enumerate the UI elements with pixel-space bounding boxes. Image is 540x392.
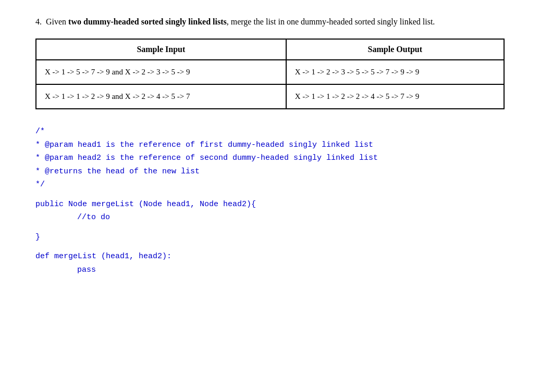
text-before: Given	[46, 17, 68, 26]
question-header: 4. Given two dummy-headed sorted singly …	[35, 16, 505, 28]
table-header-output: Sample Output	[286, 39, 504, 60]
python-def: def mergeList (head1, head2):	[35, 250, 505, 263]
question-number: 4.	[35, 16, 42, 28]
comment-open: /*	[35, 125, 505, 138]
param1-line: * @param head1 is the reference of first…	[35, 138, 505, 152]
question-text: Given two dummy-headed sorted singly lin…	[46, 16, 435, 28]
bold-text: two dummy-headed sorted singly linked li…	[68, 17, 227, 26]
table-cell-output: X -> 1 -> 1 -> 2 -> 2 -> 4 -> 5 -> 7 -> …	[286, 84, 504, 109]
table-header-input: Sample Input	[36, 39, 286, 60]
table-cell-input: X -> 1 -> 1 -> 2 -> 9 and X -> 2 -> 4 ->…	[36, 84, 286, 109]
table-row: X -> 1 -> 1 -> 2 -> 9 and X -> 2 -> 4 ->…	[36, 84, 504, 109]
table-cell-input: X -> 1 -> 5 -> 7 -> 9 and X -> 2 -> 3 ->…	[36, 60, 286, 84]
comment-close: */	[35, 178, 505, 192]
todo-line: //to do	[35, 211, 505, 224]
returns-line: * @returns the head of the new list	[35, 165, 505, 179]
table-row: X -> 1 -> 5 -> 7 -> 9 and X -> 2 -> 3 ->…	[36, 60, 504, 84]
text-after: , merge the list in one dummy-headed sor…	[227, 17, 435, 26]
method-signature: public Node mergeList (Node head1, Node …	[35, 198, 505, 211]
question-container: 4. Given two dummy-headed sorted singly …	[35, 16, 505, 276]
code-block: /* * @param head1 is the reference of fi…	[35, 125, 505, 276]
param2-line: * @param head2 is the reference of secon…	[35, 151, 505, 165]
python-body: pass	[35, 263, 505, 277]
table-cell-output: X -> 1 -> 2 -> 3 -> 5 -> 5 -> 7 -> 9 -> …	[286, 60, 504, 84]
sample-table: Sample Input Sample Output X -> 1 -> 5 -…	[35, 39, 505, 109]
method-close: }	[35, 231, 505, 244]
